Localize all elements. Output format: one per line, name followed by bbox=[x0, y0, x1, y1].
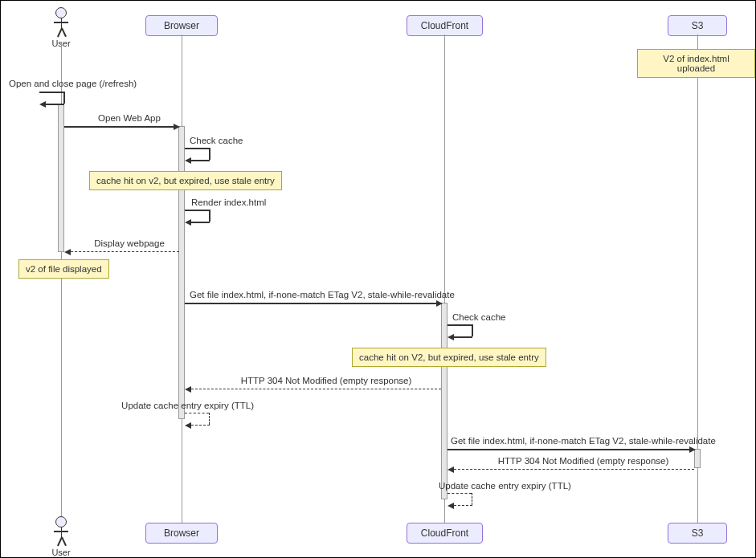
msg-http304-s3: HTTP 304 Not Modified (empty response) bbox=[479, 456, 688, 466]
msg-check-cache-b: Check cache bbox=[190, 136, 243, 145]
participant-browser-bottom: Browser bbox=[145, 523, 218, 544]
activation-user bbox=[58, 104, 64, 252]
msg-render-index: Render index.html bbox=[191, 198, 266, 207]
note-file-displayed: v2 of file displayed bbox=[18, 259, 109, 279]
msg-http304-cf: HTTP 304 Not Modified (empty response) bbox=[218, 376, 435, 385]
msg-update-ttl-b: Update cache entry expiry (TTL) bbox=[109, 401, 254, 410]
msg-get-file-cf: Get file index.html, if-none-match ETag … bbox=[190, 290, 439, 299]
note-browser-cache-hit: cache hit on v2, but expired, use stale … bbox=[89, 171, 282, 190]
participant-s3-top: S3 bbox=[668, 15, 727, 36]
msg-open-app: Open Web App bbox=[81, 113, 178, 123]
note-cf-cache-hit: cache hit on V2, but expired, use stale … bbox=[352, 348, 546, 367]
msg-check-cache-cf: Check cache bbox=[452, 312, 505, 322]
participant-browser-top: Browser bbox=[145, 15, 218, 36]
activation-browser bbox=[178, 126, 185, 419]
msg-update-ttl-cf: Update cache entry expiry (TTL) bbox=[439, 481, 583, 491]
actor-user-bottom bbox=[55, 516, 67, 527]
actor-user-label-bottom: User bbox=[49, 548, 73, 557]
msg-display-page: Display webpage bbox=[81, 238, 178, 248]
actor-user-top bbox=[55, 7, 67, 18]
msg-open-close: Open and close page (/refresh) bbox=[9, 79, 153, 88]
participant-s3-bottom: S3 bbox=[668, 523, 727, 544]
participant-cloudfront-top: CloudFront bbox=[407, 15, 483, 36]
note-s3-upload: V2 of index.html uploaded bbox=[637, 49, 755, 78]
sequence-diagram: User Browser CloudFront S3 V2 of index.h… bbox=[0, 0, 756, 558]
msg-get-file-s3: Get file index.html, if-none-match ETag … bbox=[451, 436, 692, 446]
activation-cloudfront bbox=[441, 303, 447, 499]
participant-cloudfront-bottom: CloudFront bbox=[407, 523, 483, 544]
